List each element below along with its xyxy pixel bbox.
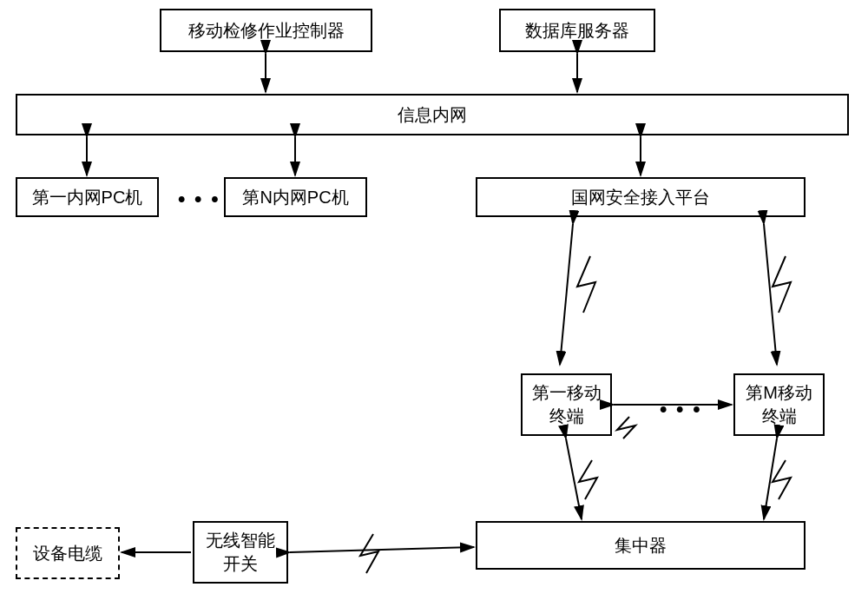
ellipsis-pc: • • • xyxy=(178,187,220,211)
label: 第一内网PC机 xyxy=(32,186,143,209)
node-db-server: 数据库服务器 xyxy=(499,9,655,52)
node-pc1: 第一内网PC机 xyxy=(16,177,159,217)
connectors xyxy=(0,0,868,607)
label: 国网安全接入平台 xyxy=(571,186,710,209)
label: 集中器 xyxy=(615,534,667,558)
svg-line-10 xyxy=(290,547,474,552)
node-security-platform: 国网安全接入平台 xyxy=(476,177,806,217)
svg-line-8 xyxy=(566,439,582,519)
svg-line-9 xyxy=(764,439,777,519)
label: 第一移动终端 xyxy=(526,381,607,428)
node-mobile-terminal-1: 第一移动终端 xyxy=(521,373,612,436)
label: 第M移动终端 xyxy=(739,381,819,428)
node-mobile-controller: 移动检修作业控制器 xyxy=(160,9,372,52)
node-equipment-cable: 设备电缆 xyxy=(16,527,120,579)
node-mobile-terminal-m: 第M移动终端 xyxy=(733,373,825,436)
label: 第N内网PC机 xyxy=(242,186,348,209)
svg-line-5 xyxy=(560,224,573,365)
node-info-intranet: 信息内网 xyxy=(16,94,849,135)
label: 设备电缆 xyxy=(33,542,102,565)
ellipsis-terminal: • • • xyxy=(660,397,702,421)
label: 无线智能开关 xyxy=(198,529,283,576)
label: 移动检修作业控制器 xyxy=(188,19,345,43)
label: 数据库服务器 xyxy=(525,19,629,43)
svg-line-6 xyxy=(764,224,777,365)
node-pcN: 第N内网PC机 xyxy=(224,177,367,217)
node-concentrator: 集中器 xyxy=(476,521,806,570)
label: 信息内网 xyxy=(398,103,467,127)
node-wireless-switch: 无线智能开关 xyxy=(193,521,288,584)
